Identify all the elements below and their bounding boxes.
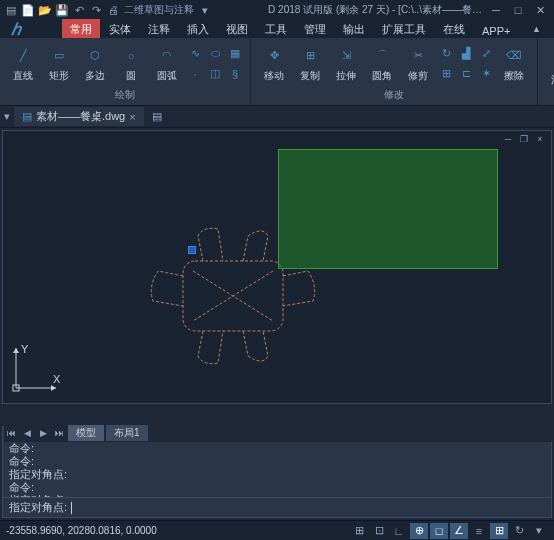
point-icon[interactable]: · — [186, 65, 204, 83]
doc-name: 素材——餐桌.dwg — [36, 109, 125, 124]
rotate-icon[interactable]: ↻ — [437, 45, 455, 63]
tab-tools[interactable]: 工具 — [257, 19, 295, 40]
minimize-button[interactable]: ─ — [486, 2, 506, 18]
trim-icon: ✂ — [407, 45, 429, 67]
text-icon: A — [550, 49, 554, 71]
spline-icon[interactable]: ∿ — [186, 45, 204, 63]
arc-button[interactable]: ◠圆弧 — [150, 43, 184, 85]
tab-extend[interactable]: 扩展工具 — [374, 19, 434, 40]
open-icon[interactable]: 📂 — [38, 3, 52, 17]
tab-close-icon[interactable]: × — [129, 111, 135, 123]
rect-button[interactable]: ▭矩形 — [42, 43, 76, 85]
trim-button[interactable]: ✂修剪 — [401, 43, 435, 85]
new-icon[interactable]: 📄 — [21, 3, 35, 17]
tab-home[interactable]: 常用 — [62, 19, 100, 40]
helix-icon[interactable]: § — [226, 65, 244, 83]
otrack-toggle-icon[interactable]: ∠ — [450, 523, 468, 539]
mirror-icon[interactable]: ▟ — [457, 45, 475, 63]
document-tab[interactable]: ▤ 素材——餐桌.dwg × — [14, 107, 144, 126]
tab-online[interactable]: 在线 — [435, 19, 473, 40]
ribbon: ╱直线 ▭矩形 ⬡多边 ○圆 ◠圆弧 ∿ ⬭ ▦ · ◫ § 绘制 ✥移动 ⊞复… — [0, 38, 554, 106]
svg-text:X: X — [53, 373, 61, 385]
tab-insert[interactable]: 插入 — [179, 19, 217, 40]
circle-button[interactable]: ○圆 — [114, 43, 148, 85]
print-icon[interactable]: 🖨 — [106, 3, 120, 17]
osnap-toggle-icon[interactable]: □ — [430, 523, 448, 539]
model-tab[interactable]: 模型 — [68, 425, 104, 441]
annot-button[interactable]: A注释 — [544, 47, 554, 89]
polar-toggle-icon[interactable]: ⊕ — [410, 523, 428, 539]
svg-text:Y: Y — [21, 343, 29, 355]
dwg-icon: ▤ — [22, 110, 32, 123]
new-tab-button[interactable]: ▤ — [148, 108, 166, 126]
layout-first-icon[interactable]: ⏮ — [4, 426, 18, 440]
layout-prev-icon[interactable]: ◀ — [20, 426, 34, 440]
ortho-toggle-icon[interactable]: ∟ — [390, 523, 408, 539]
drawing-viewport[interactable]: X Y — [3, 131, 551, 403]
tab-manage[interactable]: 管理 — [296, 19, 334, 40]
move-button[interactable]: ✥移动 — [257, 43, 291, 85]
coordinates[interactable]: -23558.9690, 20280.0816, 0.0000 — [6, 525, 157, 536]
fillet-button[interactable]: ⌒圆角 — [365, 43, 399, 85]
command-input[interactable] — [76, 502, 545, 514]
command-prompt: 指定对角点: — [9, 500, 67, 515]
lweight-toggle-icon[interactable]: ≡ — [470, 523, 488, 539]
ribbon-tabs: 常用 实体 注释 插入 视图 工具 管理 输出 扩展工具 在线 APP+ — [32, 18, 518, 40]
polygon-icon: ⬡ — [84, 45, 106, 67]
fillet-icon: ⌒ — [371, 45, 393, 67]
move-icon: ✥ — [263, 45, 285, 67]
dyn-toggle-icon[interactable]: ⊞ — [490, 523, 508, 539]
status-more-icon[interactable]: ▾ — [530, 523, 548, 539]
tab-output[interactable]: 输出 — [335, 19, 373, 40]
ellipse-icon[interactable]: ⬭ — [206, 45, 224, 63]
erase-icon: ⌫ — [503, 45, 525, 67]
ribbon-min-icon[interactable]: ▲ — [526, 21, 546, 37]
save-icon[interactable]: 💾 — [55, 3, 69, 17]
svg-marker-6 — [13, 348, 19, 353]
offset-icon[interactable]: ⊏ — [457, 65, 475, 83]
line-button[interactable]: ╱直线 — [6, 43, 40, 85]
text-cursor — [71, 502, 72, 514]
cycle-toggle-icon[interactable]: ↻ — [510, 523, 528, 539]
ucs-axis: X Y — [11, 343, 61, 395]
close-button[interactable]: ✕ — [530, 2, 550, 18]
explode-icon[interactable]: ✶ — [477, 65, 495, 83]
region-icon[interactable]: ◫ — [206, 65, 224, 83]
polygon-button[interactable]: ⬡多边 — [78, 43, 112, 85]
array-icon[interactable]: ⊞ — [437, 65, 455, 83]
hatch-icon[interactable]: ▦ — [226, 45, 244, 63]
scale-icon[interactable]: ⤢ — [477, 45, 495, 63]
tab-view[interactable]: 视图 — [218, 19, 256, 40]
circle-icon: ○ — [120, 45, 142, 67]
panel-modify-title: 修改 — [253, 87, 535, 103]
copy-button[interactable]: ⊞复制 — [293, 43, 327, 85]
workspace-dropdown-icon[interactable]: ▾ — [198, 3, 212, 17]
snap-toggle-icon[interactable]: ⊡ — [370, 523, 388, 539]
layout-next-icon[interactable]: ▶ — [36, 426, 50, 440]
maximize-button[interactable]: □ — [508, 2, 528, 18]
window-title: D 2018 试用版 (剩余 27 天) - [C:\..\素材——餐… — [268, 3, 482, 17]
tab-solid[interactable]: 实体 — [101, 19, 139, 40]
panel-draw-title: 绘制 — [2, 87, 248, 103]
layout1-tab[interactable]: 布局1 — [106, 425, 148, 441]
selection-grip[interactable] — [188, 246, 196, 254]
grid-toggle-icon[interactable]: ⊞ — [350, 523, 368, 539]
redo-icon[interactable]: ↷ — [89, 3, 103, 17]
arc-icon: ◠ — [156, 45, 178, 67]
tab-annotate[interactable]: 注释 — [140, 19, 178, 40]
rect-icon: ▭ — [48, 45, 70, 67]
app-menu-icon[interactable]: ▤ — [4, 3, 18, 17]
stretch-icon: ⇲ — [335, 45, 357, 67]
doc-dropdown-icon[interactable]: ▾ — [4, 110, 10, 123]
svg-marker-4 — [51, 385, 56, 391]
copy-icon: ⊞ — [299, 45, 321, 67]
undo-icon[interactable]: ↶ — [72, 3, 86, 17]
erase-button[interactable]: ⌫擦除 — [497, 43, 531, 85]
selection-window — [278, 149, 498, 269]
stretch-button[interactable]: ⇲拉伸 — [329, 43, 363, 85]
line-icon: ╱ — [12, 45, 34, 67]
workspace-label[interactable]: 二维草图与注释 — [124, 3, 194, 17]
layout-last-icon[interactable]: ⏭ — [52, 426, 66, 440]
